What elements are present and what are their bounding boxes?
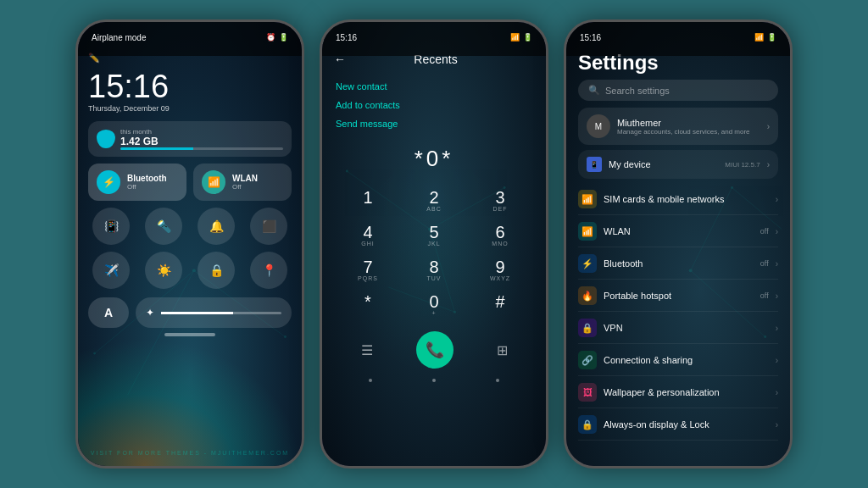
data-progress-bar bbox=[120, 147, 283, 150]
profile-arrow-icon: › bbox=[767, 122, 770, 131]
send-message-btn[interactable]: Send message bbox=[336, 115, 532, 132]
data-tile[interactable]: this month 1.42 GB bbox=[88, 121, 292, 157]
vpn-text: VPN bbox=[604, 323, 769, 333]
aod-icon: 🔒 bbox=[578, 415, 597, 434]
mydevice-version: MIUI 12.5.7 bbox=[725, 161, 760, 169]
key-4[interactable]: 4GHI bbox=[336, 219, 400, 252]
key-3[interactable]: 3DEF bbox=[468, 184, 532, 217]
key-hash[interactable]: # bbox=[468, 288, 532, 321]
wlan-tile-icon: 📶 bbox=[202, 170, 225, 194]
connection-text: Connection & sharing bbox=[604, 355, 769, 365]
settings-search-placeholder: Search settings bbox=[605, 86, 670, 96]
settings-item-hotspot[interactable]: 🔥 Portable hotspot off › bbox=[578, 280, 778, 312]
key-0[interactable]: 0+ bbox=[402, 288, 466, 321]
profile-name: Miuthemer bbox=[617, 118, 760, 128]
status-bar-2: 15:16 📶 🔋 bbox=[322, 29, 546, 46]
settings-signal-icon: 📶 bbox=[754, 33, 764, 42]
key-7[interactable]: 7PQRS bbox=[336, 253, 400, 286]
settings-search[interactable]: 🔍 Search settings bbox=[578, 80, 778, 101]
settings-item-vpn[interactable]: 🔒 VPN › bbox=[578, 313, 778, 344]
settings-mydevice[interactable]: 📱 My device MIUI 12.5.7 › bbox=[578, 150, 778, 179]
hotspot-arrow: › bbox=[776, 291, 778, 301]
notification-btn[interactable]: 🔔 bbox=[198, 208, 235, 245]
data-drop-icon bbox=[97, 130, 115, 148]
mydevice-icon: 📱 bbox=[587, 157, 602, 172]
bluetooth-tile[interactable]: ⚡ Bluetooth Off bbox=[88, 164, 186, 201]
settings-item-wallpaper[interactable]: 🖼 Wallpaper & personalization › bbox=[578, 377, 778, 408]
cc-date: Thursday, December 09 bbox=[88, 104, 292, 113]
airplane-btn[interactable]: ✈️ bbox=[92, 252, 130, 289]
vibrate-btn[interactable]: 📳 bbox=[92, 208, 130, 245]
key-8[interactable]: 8TUV bbox=[402, 253, 466, 286]
lock-btn[interactable]: 🔒 bbox=[198, 252, 235, 289]
phones-container: Airplane mode ⏰ 🔋 ✏️ 15:16 Thursday, Dec… bbox=[0, 0, 868, 488]
sim-text: SIM cards & mobile networks bbox=[604, 194, 769, 204]
profile-info: Miuthemer Manage accounts, cloud service… bbox=[617, 118, 760, 136]
key-1[interactable]: 1 bbox=[336, 184, 400, 217]
hotspot-text: Portable hotspot bbox=[604, 291, 754, 301]
hotspot-label: Portable hotspot bbox=[604, 291, 754, 301]
bluetooth-settings-label: Bluetooth bbox=[604, 258, 754, 269]
settings-profile[interactable]: M Miuthemer Manage accounts, cloud servi… bbox=[578, 108, 778, 145]
hotspot-status: off bbox=[760, 291, 769, 300]
bluetooth-status: Off bbox=[127, 183, 178, 191]
settings-title: Settings bbox=[566, 44, 790, 80]
wlan-settings-label: WLAN bbox=[604, 226, 754, 236]
dialer-screen: ← Recents New contact Add to contacts Se… bbox=[322, 46, 546, 466]
auto-btn[interactable]: A bbox=[88, 297, 129, 328]
wlan-settings-status: off bbox=[760, 227, 769, 236]
auto-brightness-btn[interactable]: ☀️ bbox=[145, 252, 182, 289]
nav-dot-3 bbox=[496, 379, 499, 382]
dialer-header: ← Recents bbox=[322, 46, 546, 73]
key-6[interactable]: 6MNO bbox=[468, 219, 532, 252]
add-to-contacts-btn[interactable]: Add to contacts bbox=[336, 97, 532, 114]
call-button[interactable]: 📞 bbox=[416, 331, 453, 369]
settings-screen: Settings 🔍 Search settings M Miuthemer M… bbox=[566, 44, 790, 466]
dial-grid: 1 2ABC 3DEF 4GHI 5JKL 6MNO 7PQRS 8TUV 9W… bbox=[322, 180, 546, 324]
settings-item-sim[interactable]: 📶 SIM cards & mobile networks › bbox=[578, 184, 778, 215]
wallpaper-icon: 🖼 bbox=[578, 383, 597, 402]
status-bar-3: 15:16 📶 🔋 bbox=[566, 29, 790, 46]
key-star[interactable]: * bbox=[336, 288, 400, 321]
brightness-slider[interactable]: ✦ bbox=[136, 297, 292, 328]
cc-edit-icon[interactable]: ✏️ bbox=[88, 53, 100, 64]
bluetooth-settings-text: Bluetooth bbox=[604, 258, 754, 269]
aod-label: Always-on display & Lock bbox=[604, 419, 769, 430]
connection-label: Connection & sharing bbox=[604, 355, 769, 365]
wlan-tile-text: WLAN Off bbox=[232, 174, 283, 191]
dialpad-icon[interactable]: ⊞ bbox=[497, 342, 508, 358]
screen-record-btn[interactable]: ⬛ bbox=[250, 208, 287, 245]
home-indicator[interactable] bbox=[164, 333, 215, 336]
brightness-bar bbox=[161, 312, 281, 314]
watermark: VISIT FOR MORE THEMES - MJUITHEMER.COM bbox=[78, 450, 302, 456]
vpn-icon: 🔒 bbox=[578, 319, 597, 337]
wlan-icon: 📶 bbox=[578, 222, 597, 241]
settings-item-bluetooth[interactable]: ⚡ Bluetooth off › bbox=[578, 248, 778, 280]
vpn-arrow: › bbox=[776, 324, 778, 333]
wlan-tile[interactable]: 📶 WLAN Off bbox=[193, 164, 292, 201]
dialer-menu-icon[interactable]: ☰ bbox=[361, 342, 373, 358]
settings-item-aod[interactable]: 🔒 Always-on display & Lock › bbox=[578, 409, 778, 441]
airplane-mode-label: Airplane mode bbox=[92, 33, 146, 42]
status-icons-3: 📶 🔋 bbox=[754, 33, 776, 42]
key-5[interactable]: 5JKL bbox=[402, 219, 466, 252]
dialer-back-btn[interactable]: ← bbox=[334, 53, 346, 66]
control-center: ✏️ 15:16 Thursday, December 09 this mont… bbox=[88, 47, 292, 458]
profile-sub: Manage accounts, cloud services, and mor… bbox=[617, 128, 760, 136]
cc-time: 15:16 bbox=[88, 70, 292, 103]
dialer-nav bbox=[322, 374, 546, 387]
key-2[interactable]: 2ABC bbox=[402, 184, 466, 217]
location-btn[interactable]: 📍 bbox=[250, 252, 287, 289]
new-contact-btn[interactable]: New contact bbox=[336, 78, 532, 95]
wlan-label: WLAN bbox=[232, 174, 283, 183]
settings-search-icon: 🔍 bbox=[588, 85, 600, 96]
settings-item-wlan[interactable]: 📶 WLAN off › bbox=[578, 216, 778, 247]
signal-icon: 📶 bbox=[510, 33, 520, 42]
bluetooth-arrow: › bbox=[776, 259, 778, 269]
vpn-label: VPN bbox=[604, 323, 769, 333]
key-9[interactable]: 9WXYZ bbox=[468, 253, 532, 286]
icon-row-1: 📳 🔦 🔔 ⬛ bbox=[88, 208, 292, 245]
settings-item-connection[interactable]: 🔗 Connection & sharing › bbox=[578, 345, 778, 376]
flashlight-btn[interactable]: 🔦 bbox=[145, 208, 182, 245]
nav-dot-1 bbox=[369, 379, 372, 382]
